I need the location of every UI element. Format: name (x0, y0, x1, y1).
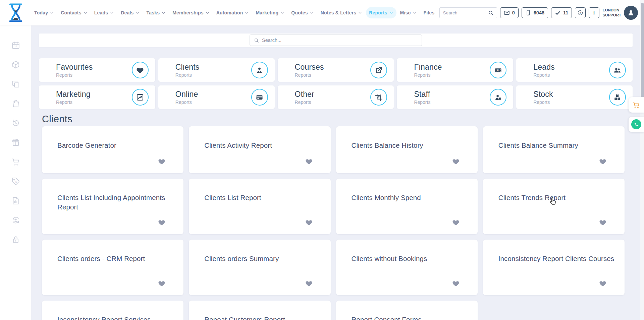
nav-item-tasks[interactable]: Tasks (144, 7, 169, 18)
heart-icon[interactable] (599, 158, 606, 165)
category-card-courses[interactable]: CoursesReports (278, 58, 394, 82)
lock-icon[interactable] (11, 235, 20, 244)
sidebar: 12$ (0, 25, 31, 320)
topbar-search-input[interactable] (440, 10, 485, 15)
chevron-down-icon (413, 11, 417, 15)
nav-item-automation[interactable]: Automation (213, 7, 252, 18)
envelope-button[interactable]: 0 (500, 7, 519, 18)
category-card-online[interactable]: OnlineReports (158, 85, 275, 109)
nav-item-today[interactable]: Today (31, 7, 57, 18)
nav-item-leads[interactable]: Leads (91, 7, 117, 18)
question-icon: ? (577, 10, 583, 16)
scrollbar-thumb[interactable] (641, 3, 644, 107)
mobile-button[interactable]: 6048 (522, 7, 548, 18)
heart-icon[interactable] (158, 219, 165, 226)
question-button[interactable]: ? (575, 7, 586, 18)
category-card-stock[interactable]: StockReports (516, 85, 633, 109)
avatar[interactable] (624, 6, 638, 20)
check-button[interactable]: 11 (551, 7, 572, 18)
heart-icon[interactable] (599, 280, 606, 287)
heart-icon[interactable] (599, 219, 606, 226)
nav-item-label: Notes & Letters (321, 10, 356, 15)
nav-item-marketing[interactable]: Marketing (253, 7, 287, 18)
report-card-clients-orders-summary[interactable]: Clients orders Summary (189, 240, 330, 295)
nav-item-files[interactable]: Files (421, 7, 438, 18)
heart-icon[interactable] (305, 280, 313, 287)
heart-icon[interactable] (305, 219, 313, 226)
report-card-clients-monthly-spend[interactable]: Clients Monthly Spend (336, 179, 478, 234)
scrollbar[interactable] (640, 0, 644, 320)
user-name-line2: SUPPORT (602, 13, 621, 18)
nav-item-label: Leads (94, 10, 108, 15)
report-card-barcode-generator[interactable]: Barcode Generator (42, 126, 183, 173)
shopping-bag-icon[interactable] (11, 99, 20, 108)
category-card-clients[interactable]: ClientsReports (158, 58, 275, 82)
nav-item-memberships[interactable]: Memberships (169, 7, 212, 18)
report-card-clients-activity-report[interactable]: Clients Activity Report (189, 126, 330, 173)
info-button[interactable]: i (589, 7, 599, 18)
category-text: OnlineReports (175, 90, 251, 105)
category-text: LeadsReports (533, 63, 609, 78)
gift-icon[interactable] (11, 138, 20, 147)
category-text: CoursesReports (295, 63, 371, 78)
heart-icon[interactable] (158, 158, 165, 165)
category-card-marketing[interactable]: MarketingReports (39, 85, 155, 109)
nav-item-misc[interactable]: Misc (397, 7, 420, 18)
report-title: Inconsistency Report Services (57, 315, 179, 320)
nav-item-label: Tasks (147, 10, 160, 15)
report-card-repeat-customers-report[interactable]: Repeat Customers Report (189, 301, 330, 320)
heart-icon[interactable] (452, 158, 460, 165)
envelope-icon (504, 10, 510, 16)
nav-item-deals[interactable]: Deals (118, 7, 143, 18)
report-document-icon[interactable] (11, 196, 20, 205)
nav-item-contacts[interactable]: Contacts (58, 7, 91, 18)
shopping-cart-icon[interactable] (11, 157, 20, 166)
nav-item-label: Automation (216, 10, 243, 15)
heart-icon[interactable] (452, 219, 460, 226)
report-card-clients-trends-report[interactable]: Clients Trends Report (483, 179, 625, 234)
category-title: Stock (533, 90, 609, 99)
report-card-clients-orders-crm-report[interactable]: Clients orders - CRM Report (42, 240, 183, 295)
fab-cart-button[interactable] (629, 97, 644, 113)
topbar-right-cluster: 0604811?i LONDON SUPPORT (439, 6, 644, 20)
category-text: ClientsReports (175, 63, 251, 78)
nav-item-notes-letters[interactable]: Notes & Letters (318, 7, 365, 18)
report-card-inconsistency-report-clients-courses[interactable]: Inconsistency Report Clients Courses (483, 240, 625, 295)
category-subtitle: Reports (175, 72, 251, 78)
nav-item-label: Memberships (172, 10, 203, 15)
category-card-staff[interactable]: StaffReports (397, 85, 513, 109)
reports-search-input[interactable] (262, 38, 418, 43)
report-card-report-consent-forms[interactable]: Report Consent Forms (336, 301, 478, 320)
svg-text:12: 12 (14, 45, 17, 48)
category-card-leads[interactable]: LeadsReports (516, 58, 633, 82)
report-card-clients-balance-summary[interactable]: Clients Balance Summary (483, 126, 625, 173)
report-card-clients-without-bookings[interactable]: Clients without Bookings (336, 240, 478, 295)
fab-phone-button[interactable] (629, 117, 644, 132)
package-icon[interactable] (11, 60, 20, 69)
nav-item-reports[interactable]: Reports (366, 7, 396, 18)
category-title: Favourites (56, 63, 132, 72)
topbar-search-button[interactable] (485, 8, 497, 18)
heart-icon[interactable] (452, 280, 460, 287)
category-card-other[interactable]: OtherReports (278, 85, 394, 109)
calendar-icon[interactable]: 12 (11, 41, 20, 50)
heart-icon[interactable] (158, 280, 165, 287)
user-menu[interactable]: LONDON SUPPORT (602, 6, 638, 20)
report-card-clients-list-including-appointments-report[interactable]: Clients List Including Appointments Repo… (42, 179, 183, 234)
copy-icon[interactable] (11, 80, 20, 88)
category-card-finance[interactable]: FinanceReports0 (397, 58, 513, 82)
report-card-clients-list-report[interactable]: Clients List Report (189, 179, 330, 234)
price-tag-icon[interactable]: $ (11, 177, 20, 186)
category-card-favourites[interactable]: FavouritesReports (39, 58, 155, 82)
account-sync-icon[interactable] (11, 216, 20, 225)
heart-icon[interactable] (305, 158, 313, 165)
nav-item-quotes[interactable]: Quotes (288, 7, 317, 18)
report-title: Clients Balance History (352, 141, 473, 150)
report-title: Barcode Generator (57, 141, 179, 150)
app-logo[interactable] (0, 3, 31, 22)
chevron-down-icon (50, 11, 54, 15)
report-card-inconsistency-report-services[interactable]: Inconsistency Report Services (42, 301, 183, 320)
svg-text:$: $ (15, 180, 17, 183)
report-card-clients-balance-history[interactable]: Clients Balance History (336, 126, 478, 173)
history-icon[interactable] (11, 119, 20, 127)
